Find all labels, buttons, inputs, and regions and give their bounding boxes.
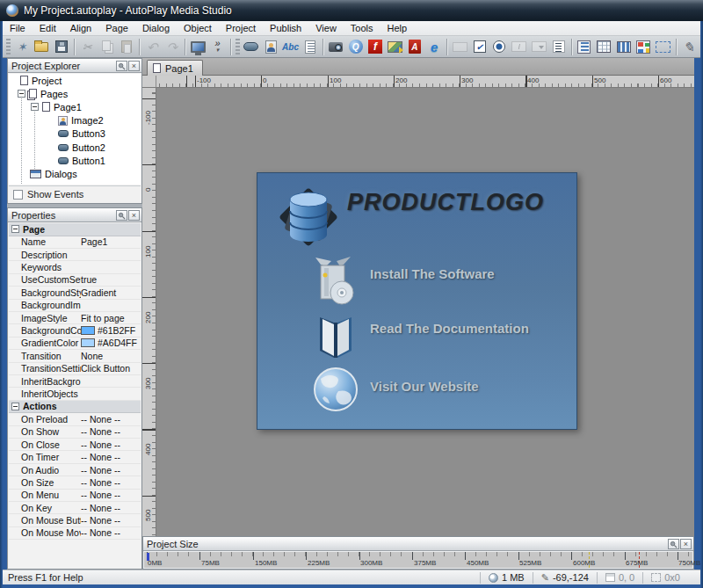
color-swatch[interactable]: [81, 338, 95, 347]
tree-node-page1[interactable]: Page1: [9, 100, 141, 113]
radio-object-icon[interactable]: [489, 37, 509, 57]
website-globe-icon[interactable]: [312, 367, 359, 414]
action-row[interactable]: On Mouse Mov-- None --: [9, 527, 141, 540]
menu-edit[interactable]: Edit: [33, 21, 63, 35]
menu-project[interactable]: Project: [219, 21, 263, 35]
cut-icon[interactable]: ✂: [77, 37, 97, 57]
property-row[interactable]: InheritObjects: [9, 388, 141, 400]
flash-object-icon[interactable]: f: [366, 37, 385, 57]
install-software-icon[interactable]: [314, 254, 356, 307]
color-swatch[interactable]: [81, 326, 95, 335]
tree-node-button3[interactable]: Button3: [9, 127, 141, 141]
section-page[interactable]: Page: [9, 223, 141, 236]
pin-icon[interactable]: [116, 210, 127, 221]
property-row[interactable]: ImageStyleFit to page: [9, 312, 141, 324]
toolbar-grip[interactable]: [6, 39, 11, 54]
menu-help[interactable]: Help: [380, 21, 415, 35]
save-icon[interactable]: [52, 37, 71, 57]
tree-node-pages[interactable]: Pages: [9, 87, 141, 100]
menu-object[interactable]: Object: [177, 21, 219, 35]
pin-icon[interactable]: [668, 539, 679, 549]
quicktime-object-icon[interactable]: Q: [345, 37, 365, 57]
hotspot-object-icon[interactable]: [613, 37, 633, 57]
copy-icon[interactable]: [97, 37, 116, 57]
pin-icon[interactable]: [116, 61, 127, 71]
project-explorer-header[interactable]: Project Explorer ×: [8, 59, 141, 73]
action-row[interactable]: On Mouse Butt-- None --: [9, 514, 141, 526]
paste-icon[interactable]: [117, 37, 136, 57]
new-project-icon[interactable]: ✶: [12, 37, 32, 57]
menu-view[interactable]: View: [308, 21, 344, 35]
menu-tools[interactable]: Tools: [344, 21, 380, 35]
property-row[interactable]: GradientColor #A6D4FF: [9, 338, 141, 350]
edit-object-icon[interactable]: I: [510, 37, 529, 57]
preview-icon[interactable]: [188, 37, 207, 57]
tree-node-image2[interactable]: Image2: [9, 114, 141, 127]
listbox-object-icon[interactable]: [548, 37, 568, 57]
close-icon[interactable]: ×: [128, 61, 140, 71]
web-object-icon[interactable]: e: [424, 37, 444, 57]
open-icon[interactable]: [32, 37, 51, 57]
title-bar[interactable]: My Project.autoplay - AutoPlay Media Stu…: [0, 0, 703, 21]
collapse-icon[interactable]: [11, 403, 19, 410]
collapse-icon[interactable]: [11, 225, 19, 233]
property-row[interactable]: BackgroundStylGradient: [9, 287, 141, 299]
collapse-icon[interactable]: [18, 90, 25, 98]
tree-node-dialogs[interactable]: Dialogs: [9, 167, 141, 180]
undo-icon[interactable]: ↶: [142, 37, 162, 57]
canvas-viewport[interactable]: PRODUCTLOGO Install The Software: [156, 88, 694, 536]
website-button[interactable]: Visit Our Website: [370, 379, 479, 394]
project-size-header[interactable]: Project Size ×: [143, 537, 693, 551]
collapse-icon[interactable]: [31, 103, 39, 111]
pdf-object-icon[interactable]: A: [405, 37, 424, 57]
section-actions[interactable]: Actions: [9, 401, 141, 414]
menu-publish[interactable]: Publish: [263, 21, 308, 35]
action-row[interactable]: On Show-- None --: [9, 426, 141, 439]
action-row[interactable]: On Size-- None --: [9, 476, 141, 489]
image-object-icon[interactable]: [261, 37, 280, 57]
action-row[interactable]: On Timer-- None --: [9, 451, 141, 463]
pencil-tool-icon[interactable]: ✎: [679, 37, 699, 57]
redo-icon[interactable]: ↷: [163, 37, 182, 57]
property-row[interactable]: InheritBackgrou: [9, 375, 141, 388]
close-icon[interactable]: ×: [128, 210, 140, 221]
toolbar-grip-2[interactable]: [236, 39, 240, 54]
documentation-icon[interactable]: [315, 310, 356, 361]
tree-node-button2[interactable]: Button2: [9, 141, 141, 154]
product-logo-icon[interactable]: [270, 178, 347, 256]
video-object-icon[interactable]: [326, 37, 345, 57]
property-row[interactable]: BackgroundCol #61B2FF: [9, 324, 141, 337]
property-row[interactable]: TransitionNone: [9, 350, 141, 362]
action-row[interactable]: On Key-- None --: [9, 502, 141, 514]
menu-dialog[interactable]: Dialog: [135, 21, 177, 35]
tree-node-project[interactable]: Project: [9, 74, 141, 87]
documentation-button[interactable]: Read The Documentation: [370, 321, 529, 336]
button-object-icon[interactable]: [242, 37, 261, 57]
page-design-surface[interactable]: PRODUCTLOGO Install The Software: [257, 172, 577, 430]
layout-object-icon[interactable]: [634, 37, 653, 57]
property-row[interactable]: BackgroundIma: [9, 300, 141, 312]
tree-object-icon[interactable]: [575, 37, 594, 57]
properties-header[interactable]: Properties ×: [8, 208, 141, 222]
show-events-checkbox[interactable]: [13, 190, 23, 200]
close-icon[interactable]: ×: [680, 539, 692, 549]
action-row[interactable]: On Close-- None --: [9, 439, 141, 451]
menu-align[interactable]: Align: [63, 21, 98, 35]
install-software-button[interactable]: Install The Software: [370, 266, 495, 281]
property-row[interactable]: Description: [9, 249, 141, 261]
property-row[interactable]: UseCustomSetttrue: [9, 274, 141, 287]
menu-page[interactable]: Page: [98, 21, 135, 35]
input-object-icon[interactable]: [450, 37, 469, 57]
toolbar-overflow-button[interactable]: »▾: [207, 37, 227, 57]
grid-object-icon[interactable]: [594, 37, 613, 57]
action-row[interactable]: On Menu-- None --: [9, 490, 141, 502]
product-logo-text[interactable]: PRODUCTLOGO: [347, 189, 544, 216]
checkbox-object-icon[interactable]: ✔: [470, 37, 489, 57]
combobox-object-icon[interactable]: [529, 37, 548, 57]
slideshow-object-icon[interactable]: [385, 37, 404, 57]
menu-file[interactable]: File: [3, 21, 33, 35]
paragraph-object-icon[interactable]: [301, 37, 320, 57]
property-row[interactable]: NamePage1: [9, 236, 141, 249]
tree-node-button1[interactable]: Button1: [9, 154, 141, 167]
action-row[interactable]: On Audio-- None --: [9, 464, 141, 476]
